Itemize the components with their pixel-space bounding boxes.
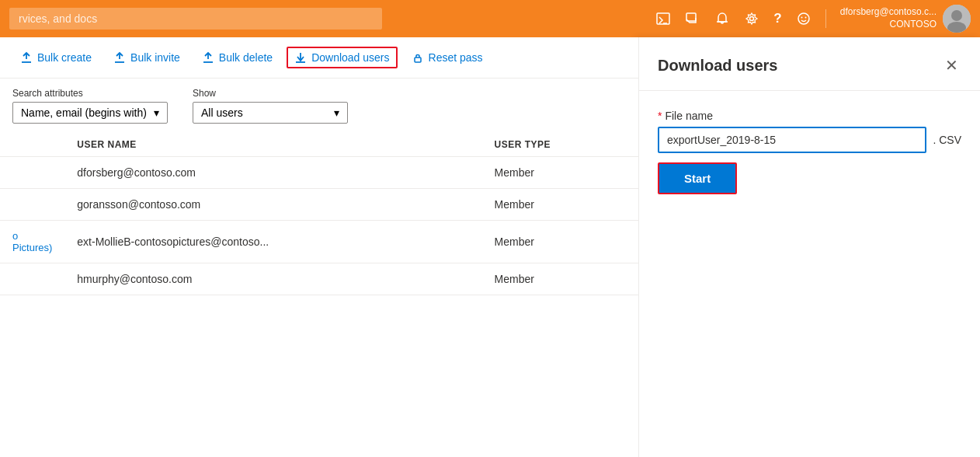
bulk-delete-label: Bulk delete xyxy=(219,51,273,64)
bulk-invite-label: Bulk invite xyxy=(130,51,180,64)
table-row[interactable]: goransson@contoso.comMember xyxy=(0,189,638,221)
show-select[interactable]: All users ▾ xyxy=(193,102,348,124)
bulk-create-label: Bulk create xyxy=(37,51,92,64)
main-area: Bulk create Bulk invite xyxy=(0,37,980,457)
row-sidebar-label xyxy=(0,263,64,295)
terminal-icon[interactable] xyxy=(655,11,671,26)
row-sidebar-label xyxy=(0,157,64,189)
row-username: hmurphy@contoso.com xyxy=(64,263,481,295)
filters-row: Search attributes Name, email (begins wi… xyxy=(0,78,638,133)
svg-rect-0 xyxy=(657,13,669,24)
user-email: dforsberg@contoso.c... xyxy=(840,6,937,19)
row-username: dforsberg@contoso.com xyxy=(64,157,481,189)
bulk-invite-icon xyxy=(113,51,126,64)
row-username: ext-MollieB-contosopictures@contoso... xyxy=(64,221,481,263)
row-usertype: Member xyxy=(482,263,638,295)
download-users-icon xyxy=(294,51,307,64)
help-icon[interactable]: ? xyxy=(773,11,781,26)
file-name-input[interactable] xyxy=(658,127,926,153)
bulk-invite-button[interactable]: Bulk invite xyxy=(106,47,188,68)
table-row[interactable]: dforsberg@contoso.comMember xyxy=(0,157,638,189)
search-attr-select[interactable]: Name, email (begins with) ▾ xyxy=(12,102,168,124)
search-input[interactable] xyxy=(9,8,382,30)
svg-point-7 xyxy=(805,17,806,19)
row-usertype: Member xyxy=(482,157,638,189)
show-filter: Show All users ▾ xyxy=(193,88,348,124)
svg-point-5 xyxy=(798,13,809,24)
user-org: CONTOSO xyxy=(840,19,937,31)
bulk-delete-icon xyxy=(202,51,214,64)
row-sidebar-label: o Pictures) xyxy=(0,221,64,263)
row-usertype: Member xyxy=(482,221,638,263)
download-users-panel: Download users ✕ * File name . CSV Start xyxy=(638,37,980,457)
svg-rect-2 xyxy=(686,13,696,21)
bulk-delete-button[interactable]: Bulk delete xyxy=(194,47,280,68)
panel-title: Download users xyxy=(658,57,777,75)
close-panel-button[interactable]: ✕ xyxy=(942,53,961,78)
row-usertype: Member xyxy=(482,189,638,221)
svg-point-4 xyxy=(750,17,754,21)
table-header-row: USER NAME USER TYPE xyxy=(0,133,638,157)
left-panel: Bulk create Bulk invite xyxy=(0,37,638,457)
topbar: ? dforsberg@contoso.c... CONTOSO xyxy=(0,0,980,37)
file-name-row: . CSV xyxy=(658,127,961,153)
table-row[interactable]: hmurphy@contoso.comMember xyxy=(0,263,638,295)
smiley-icon[interactable] xyxy=(796,11,811,26)
row-sidebar-label xyxy=(0,189,64,221)
search-attr-filter: Search attributes Name, email (begins wi… xyxy=(12,88,168,124)
col-usertype-label: USER TYPE xyxy=(482,133,638,157)
show-chevron: ▾ xyxy=(334,106,339,119)
bulk-create-icon xyxy=(20,51,33,64)
table-row[interactable]: o Pictures)ext-MollieB-contosopictures@c… xyxy=(0,221,638,263)
file-extension: . CSV xyxy=(933,134,961,146)
toolbar: Bulk create Bulk invite xyxy=(0,37,638,78)
search-attr-chevron: ▾ xyxy=(154,106,159,119)
avatar[interactable] xyxy=(943,5,971,33)
topbar-icons: ? dforsberg@contoso.c... CONTOSO xyxy=(655,5,971,33)
feedback-icon[interactable] xyxy=(685,11,700,26)
settings-icon[interactable] xyxy=(744,11,759,26)
reset-pass-label: Reset pass xyxy=(429,51,483,64)
required-star: * xyxy=(658,110,662,122)
start-button[interactable]: Start xyxy=(658,162,737,194)
panel-body: * File name . CSV Start xyxy=(639,91,980,457)
download-users-label: Download users xyxy=(311,51,389,64)
user-info[interactable]: dforsberg@contoso.c... CONTOSO xyxy=(840,5,971,33)
divider xyxy=(825,9,826,28)
panel-header: Download users ✕ xyxy=(639,37,980,91)
search-attr-value: Name, email (begins with) xyxy=(21,106,147,119)
row-username: goransson@contoso.com xyxy=(64,189,481,221)
svg-point-9 xyxy=(951,10,962,21)
user-table: USER NAME USER TYPE dforsberg@contoso.co… xyxy=(0,133,638,295)
svg-rect-19 xyxy=(415,58,421,62)
bulk-create-button[interactable]: Bulk create xyxy=(12,47,99,68)
col-username-label: USER NAME xyxy=(64,133,481,157)
file-name-label: File name xyxy=(665,110,712,122)
svg-point-6 xyxy=(801,17,802,19)
show-value: All users xyxy=(201,106,243,119)
download-users-button[interactable]: Download users xyxy=(287,47,397,68)
col-username xyxy=(0,133,64,157)
show-label: Show xyxy=(193,88,348,99)
notification-icon[interactable] xyxy=(714,11,730,26)
reset-password-button[interactable]: Reset pass xyxy=(404,47,491,68)
file-name-field-label: * File name xyxy=(658,110,961,122)
search-attr-label: Search attributes xyxy=(12,88,168,99)
reset-pass-icon xyxy=(412,51,424,64)
